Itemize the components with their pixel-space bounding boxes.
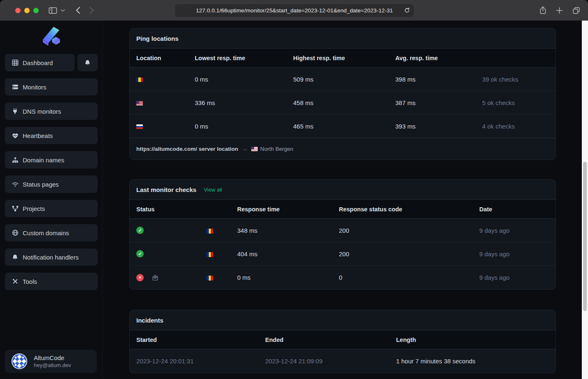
forward-icon[interactable] xyxy=(89,7,94,14)
table-row: 2023-12-24 20:01:31 2023-12-24 21:09:09 … xyxy=(130,349,555,373)
server-location-value: North Bergen xyxy=(260,146,293,152)
browser-toolbar: 127.0.0.1/66uptime/monitor/25&start_date… xyxy=(0,0,588,21)
table-header: Location Lowest resp. time Highest resp.… xyxy=(130,48,555,68)
tab-overview-icon[interactable] xyxy=(572,7,580,14)
incident-length: 1 hour 7 minutes 38 seconds xyxy=(396,358,549,365)
table-row: ✓ 348 ms 200 9 days ago xyxy=(130,219,555,242)
globe-icon xyxy=(12,229,19,236)
card-title: Ping locations xyxy=(136,35,179,42)
table-row: ✓ 404 ms 200 9 days ago xyxy=(130,242,555,266)
avg-resp-time: 398 ms xyxy=(395,76,482,83)
lowest-resp-time: 0 ms xyxy=(195,76,293,83)
wifi-icon xyxy=(12,182,19,187)
status-down-icon: × xyxy=(136,274,144,281)
sidebar-item-label: Projects xyxy=(23,205,45,212)
url-text: 127.0.0.1/66uptime/monitor/25&start_date… xyxy=(196,7,393,14)
table-row: × 0 ms 0 9 days ago xyxy=(130,266,555,289)
sidebar-item-monitors[interactable]: Monitors xyxy=(5,78,98,96)
bell-icon xyxy=(12,254,19,260)
table-body: ✓ 348 ms 200 9 days ago ✓ 404 ms 200 9 d… xyxy=(130,219,555,289)
server-location-footer: https://altumcode.com/ server location →… xyxy=(130,138,555,159)
traffic-lights xyxy=(15,8,39,13)
zoom-window-button[interactable] xyxy=(33,8,39,13)
usa-flag-icon xyxy=(251,147,258,151)
sidebar-item-label: Monitors xyxy=(23,84,47,91)
column-header: Status xyxy=(136,206,206,213)
sidebar-item-projects[interactable]: Projects xyxy=(5,200,98,217)
table-row: 0 ms 465 ms 393 ms 4 ok checks xyxy=(130,115,555,138)
card-title: Last monitor checks xyxy=(136,186,196,193)
sidebar-item-label: Heartbeats xyxy=(23,132,53,139)
incident-started: 2023-12-24 20:01:31 xyxy=(136,358,265,365)
sidebar-item-label: Dashboard xyxy=(23,59,53,66)
diagram-project-icon xyxy=(12,206,19,212)
ping-locations-card: Ping locations Location Lowest resp. tim… xyxy=(129,28,556,160)
sidebar-item-label: Tools xyxy=(23,278,37,285)
sidebar-item-tools[interactable]: Tools xyxy=(5,273,98,290)
response-status-code: 200 xyxy=(339,250,479,257)
view-all-link[interactable]: View all xyxy=(204,187,222,193)
sidebar-item-dns-monitors[interactable]: DNS monitors xyxy=(5,103,98,120)
address-bar[interactable]: 127.0.0.1/66uptime/monitor/25&start_date… xyxy=(175,4,414,17)
scrollbar-track xyxy=(582,21,588,379)
response-status-code: 200 xyxy=(339,227,479,234)
column-header: Lowest resp. time xyxy=(195,55,293,61)
card-title: Incidents xyxy=(136,317,163,324)
column-header: Length xyxy=(396,337,549,343)
russia-flag-icon xyxy=(136,124,143,129)
heart-pulse-icon xyxy=(12,133,19,139)
check-date: 9 days ago xyxy=(479,250,549,257)
column-header: Date xyxy=(479,206,549,213)
response-time: 404 ms xyxy=(237,250,339,257)
column-header: Ended xyxy=(265,337,396,343)
lowest-resp-time: 336 ms xyxy=(195,99,293,106)
sidebar-item-domain-names[interactable]: Domain names xyxy=(5,151,98,168)
tools-icon xyxy=(12,278,19,285)
main-content: Ping locations Location Lowest resp. tim… xyxy=(103,21,582,379)
close-window-button[interactable] xyxy=(15,8,21,13)
sidebar-item-custom-domains[interactable]: Custom domains xyxy=(5,224,98,241)
table-header: Status Response time Response status cod… xyxy=(130,199,555,219)
sidebar-item-dashboard[interactable]: Dashboard xyxy=(5,54,75,71)
minimize-window-button[interactable] xyxy=(24,8,30,13)
bell-icon xyxy=(84,59,91,66)
sidebar-item-status-pages[interactable]: Status pages xyxy=(5,175,98,193)
back-icon[interactable] xyxy=(76,7,80,14)
share-icon[interactable] xyxy=(539,6,546,14)
column-header: Started xyxy=(136,337,265,343)
new-tab-icon[interactable] xyxy=(556,7,563,14)
scrollbar-thumb[interactable] xyxy=(583,162,587,311)
column-header: Highest resp. time xyxy=(293,55,395,61)
check-date: 9 days ago xyxy=(479,227,549,234)
usa-flag-icon xyxy=(136,101,143,105)
toolbar-right-icons xyxy=(539,0,580,21)
table-row: 0 ms 509 ms 398 ms 39 ok checks xyxy=(130,68,555,91)
table-header: Started Ended Length xyxy=(130,330,555,349)
app-logo[interactable] xyxy=(0,26,103,47)
server-icon xyxy=(12,84,19,90)
notifications-button[interactable] xyxy=(77,54,98,71)
server-location-label: https://altumcode.com/ server location xyxy=(136,146,238,152)
column-header: Response status code xyxy=(339,206,479,213)
user-account-card[interactable]: AltumCode hey@altum.dev xyxy=(5,350,97,373)
highest-resp-time: 509 ms xyxy=(293,76,395,83)
sidebar-toggle-icon[interactable] xyxy=(49,7,57,14)
last-monitor-checks-card: Last monitor checks View all Status Resp… xyxy=(129,179,556,290)
romania-flag-icon xyxy=(206,252,213,257)
sidebar-item-heartbeats[interactable]: Heartbeats xyxy=(5,127,98,144)
lowest-resp-time: 0 ms xyxy=(195,123,293,130)
check-date: 9 days ago xyxy=(479,274,549,281)
chevron-down-icon[interactable] xyxy=(61,9,65,12)
incident-ended: 2023-12-24 21:09:09 xyxy=(265,358,396,365)
sidebar-nav: Dashboard xyxy=(5,54,98,290)
romania-flag-icon xyxy=(206,229,213,234)
sidebar: Dashboard xyxy=(0,21,103,379)
ok-checks: 5 ok checks xyxy=(482,99,549,106)
envelope-open-icon xyxy=(152,274,159,281)
incidents-card: Incidents Started Ended Length 2023-12-2… xyxy=(129,310,556,373)
sidebar-item-notification-handlers[interactable]: Notification handlers xyxy=(5,248,98,266)
sidebar-item-label: Status pages xyxy=(23,181,59,188)
reload-icon[interactable] xyxy=(404,7,410,14)
table-body: 2023-12-24 20:01:31 2023-12-24 21:09:09 … xyxy=(130,349,555,373)
response-status-code: 0 xyxy=(339,274,479,281)
